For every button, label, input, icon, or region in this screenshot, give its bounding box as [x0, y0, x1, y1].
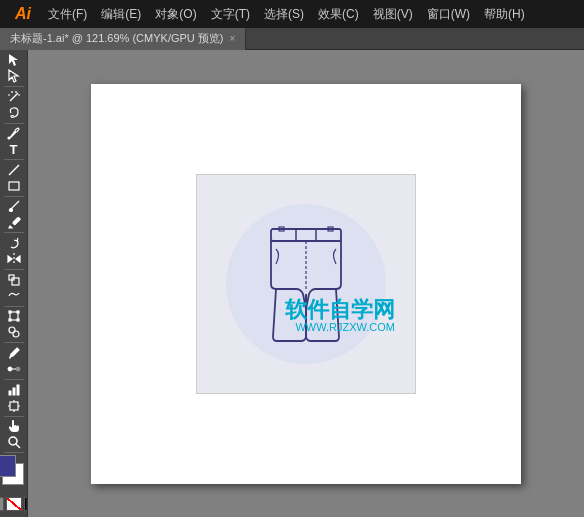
svg-marker-0	[9, 54, 18, 66]
svg-rect-21	[9, 319, 11, 321]
svg-point-24	[13, 331, 19, 337]
menu-item[interactable]: 选择(S)	[258, 4, 310, 25]
warp-tool[interactable]	[2, 288, 26, 304]
type-tool[interactable]: T	[2, 141, 26, 157]
menu-bar: 文件(F)编辑(E)对象(O)文字(T)选择(S)效果(C)视图(V)窗口(W)…	[42, 4, 531, 25]
direct-selection-tool[interactable]	[2, 68, 26, 84]
pencil-tool[interactable]	[2, 214, 26, 230]
free-transform-tool[interactable]	[2, 308, 26, 324]
canvas-paper: 软件自学网 WWW.RJZXW.COM	[91, 84, 521, 484]
tab-label: 未标题-1.ai* @ 121.69% (CMYK/GPU 预览)	[10, 31, 224, 46]
svg-line-8	[9, 165, 19, 175]
svg-marker-1	[9, 70, 18, 82]
hand-tool[interactable]	[2, 418, 26, 434]
svg-point-10	[9, 209, 12, 212]
artwork-container: 软件自学网 WWW.RJZXW.COM	[196, 174, 416, 394]
none-mode-button[interactable]	[6, 497, 22, 511]
svg-point-7	[8, 137, 10, 139]
ai-logo: Ai	[8, 1, 38, 27]
svg-rect-29	[9, 391, 11, 395]
watermark-sub-text: WWW.RJZXW.COM	[295, 321, 395, 333]
tab-bar: 未标题-1.ai* @ 121.69% (CMYK/GPU 预览) ×	[0, 28, 584, 50]
svg-point-37	[9, 437, 17, 445]
tab-close-button[interactable]: ×	[230, 33, 236, 44]
svg-rect-31	[17, 385, 19, 395]
svg-rect-22	[17, 319, 19, 321]
svg-marker-12	[9, 226, 12, 228]
pen-tool[interactable]	[2, 125, 26, 141]
canvas-area[interactable]: 软件自学网 WWW.RJZXW.COM	[28, 50, 584, 517]
line-tool[interactable]	[2, 162, 26, 178]
paintbrush-tool[interactable]	[2, 199, 26, 215]
blend-tool[interactable]	[2, 361, 26, 377]
svg-marker-14	[8, 256, 12, 262]
watermark: 软件自学网 WWW.RJZXW.COM	[285, 299, 395, 333]
menu-item[interactable]: 文字(T)	[205, 4, 256, 25]
svg-rect-20	[17, 311, 19, 313]
type-icon: T	[10, 142, 18, 157]
svg-rect-40	[296, 229, 316, 241]
menu-item[interactable]: 文件(F)	[42, 4, 93, 25]
scale-tool[interactable]	[2, 272, 26, 288]
foreground-color-swatch[interactable]	[0, 455, 16, 477]
color-swatches	[0, 455, 28, 515]
swatch-area[interactable]	[0, 455, 28, 495]
menu-item[interactable]: 编辑(E)	[95, 4, 147, 25]
toolbar: T	[0, 50, 28, 517]
artboard-tool[interactable]	[2, 398, 26, 414]
document-tab[interactable]: 未标题-1.ai* @ 121.69% (CMYK/GPU 预览) ×	[0, 28, 246, 50]
title-bar: Ai 文件(F)编辑(E)对象(O)文字(T)选择(S)效果(C)视图(V)窗口…	[0, 0, 584, 28]
rectangle-tool[interactable]	[2, 178, 26, 194]
menu-item[interactable]: 对象(O)	[149, 4, 202, 25]
main-area: T	[0, 50, 584, 517]
svg-rect-19	[9, 311, 11, 313]
eyedropper-tool[interactable]	[2, 345, 26, 361]
svg-rect-11	[12, 218, 20, 226]
svg-line-2	[10, 93, 18, 101]
svg-point-26	[8, 367, 12, 371]
selection-tool[interactable]	[2, 52, 26, 68]
menu-item[interactable]: 窗口(W)	[421, 4, 476, 25]
watermark-main-text: 软件自学网	[285, 299, 395, 321]
normal-mode-button[interactable]	[0, 497, 4, 511]
menu-item[interactable]: 效果(C)	[312, 4, 365, 25]
svg-rect-16	[12, 278, 19, 285]
svg-line-38	[16, 444, 20, 448]
menu-item[interactable]: 视图(V)	[367, 4, 419, 25]
menu-item[interactable]: 帮助(H)	[478, 4, 531, 25]
svg-rect-9	[9, 182, 19, 190]
svg-rect-30	[13, 388, 15, 395]
rotate-tool[interactable]	[2, 235, 26, 251]
svg-point-27	[16, 367, 20, 371]
mode-row	[0, 497, 28, 511]
reflect-tool[interactable]	[2, 251, 26, 267]
bar-chart-tool[interactable]	[2, 382, 26, 398]
shape-builder-tool[interactable]	[2, 324, 26, 340]
svg-marker-15	[16, 256, 20, 262]
lasso-tool[interactable]	[2, 105, 26, 121]
zoom-tool[interactable]	[2, 434, 26, 450]
svg-rect-32	[10, 402, 18, 410]
magic-wand-tool[interactable]	[2, 89, 26, 105]
